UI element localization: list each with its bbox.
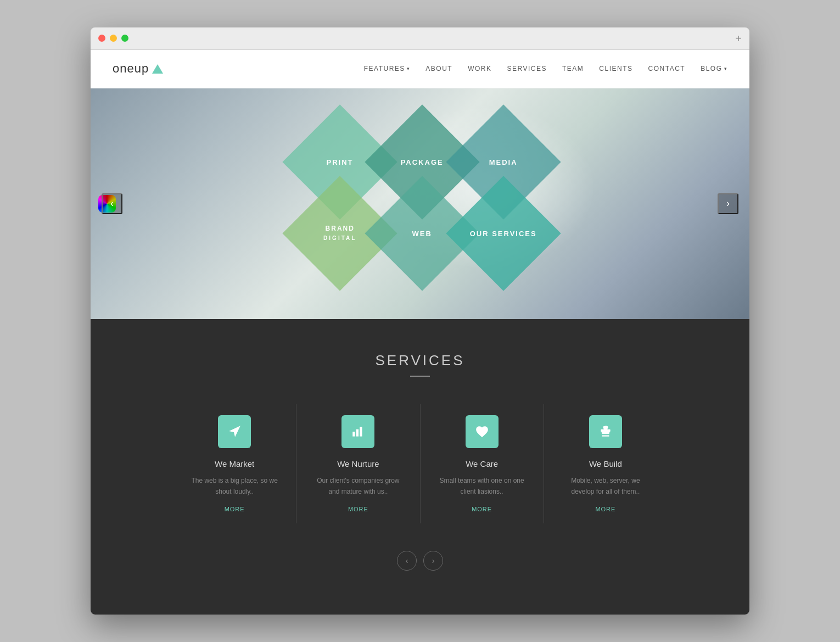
service-build-name: We Build [561, 459, 651, 468]
hero-prev-button[interactable]: ‹ [102, 193, 122, 214]
service-item-build: We Build Mobile, web, server, we develop… [544, 404, 667, 524]
svg-rect-1 [356, 429, 359, 436]
diamond-media-label: MEDIA [489, 158, 518, 166]
logo-triangle-icon [152, 64, 163, 74]
browser-window: + oneup FEATURES ▾ ABOUT WORK [91, 27, 749, 615]
nav-about[interactable]: ABOUT [425, 65, 452, 72]
services-title: SERVICES [113, 352, 727, 369]
nav-contact[interactable]: CONTACT [648, 65, 686, 72]
service-item-nurture: We Nurture Our client's companies grow a… [296, 404, 420, 524]
nav-team[interactable]: TEAM [562, 65, 584, 72]
diamond-services[interactable]: OUR SERVICES [446, 176, 561, 291]
chevron-down-icon: ▾ [407, 66, 411, 71]
hero-next-button[interactable]: › [718, 193, 738, 214]
traffic-light-yellow[interactable] [110, 35, 117, 42]
svg-rect-0 [353, 432, 355, 437]
nav-work[interactable]: WORK [468, 65, 491, 72]
hero-section: ‹ PRINT PACKAGE MEDIA BRANDDIGITAL WEB [91, 88, 749, 319]
diamond-grid: PRINT PACKAGE MEDIA BRANDDIGITAL WEB OUR… [266, 105, 574, 314]
services-prev-button[interactable]: ‹ [397, 551, 417, 571]
care-icon [466, 415, 499, 448]
diamond-print-label: PRINT [327, 158, 354, 166]
service-market-more[interactable]: MORE [189, 506, 279, 512]
service-build-more[interactable]: MORE [561, 506, 651, 512]
service-care-desc: Small teams with one on one client liasi… [437, 475, 527, 498]
nav-links: FEATURES ▾ ABOUT WORK SERVICES TEAM CLIE… [364, 65, 727, 72]
services-grid: We Market The web is a big place, so we … [173, 404, 667, 524]
nurture-icon [341, 415, 374, 448]
traffic-light-red[interactable] [98, 35, 105, 42]
logo[interactable]: oneup [113, 62, 163, 76]
services-section: SERVICES We Market The web is a big plac… [91, 319, 749, 615]
navbar: oneup FEATURES ▾ ABOUT WORK SERVICES [91, 50, 749, 88]
service-nurture-more[interactable]: MORE [313, 506, 403, 512]
logo-text: oneup [113, 62, 149, 76]
services-navigation: ‹ › [113, 551, 727, 571]
nav-features[interactable]: FEATURES ▾ [364, 65, 411, 72]
build-icon [589, 415, 622, 448]
service-care-more[interactable]: MORE [437, 506, 527, 512]
diamond-web-label: WEB [412, 229, 432, 237]
service-item-market: We Market The web is a big place, so we … [173, 404, 296, 524]
traffic-light-green[interactable] [121, 35, 128, 42]
market-icon [218, 415, 251, 448]
nav-services[interactable]: SERVICES [507, 65, 547, 72]
services-divider [410, 376, 430, 377]
services-next-button[interactable]: › [423, 551, 443, 571]
browser-chrome: + [91, 27, 749, 50]
service-market-name: We Market [189, 459, 279, 468]
service-item-care: We Care Small teams with one on one clie… [421, 404, 544, 524]
diamond-services-label: OUR SERVICES [470, 229, 537, 237]
nav-clients[interactable]: CLIENTS [599, 65, 632, 72]
chevron-down-icon: ▾ [724, 66, 728, 71]
svg-rect-2 [360, 427, 362, 436]
service-market-desc: The web is a big place, so we shout loud… [189, 475, 279, 498]
service-nurture-name: We Nurture [313, 459, 403, 468]
diamond-package-label: PACKAGE [401, 158, 444, 166]
service-care-name: We Care [437, 459, 527, 468]
service-nurture-desc: Our client's companies grow and mature w… [313, 475, 403, 498]
diamond-brand-label: BRANDDIGITAL [323, 224, 356, 243]
page-content: oneup FEATURES ▾ ABOUT WORK SERVICES [91, 50, 749, 615]
service-build-desc: Mobile, web, server, we develop for all … [561, 475, 651, 498]
new-tab-button[interactable]: + [735, 33, 742, 44]
nav-blog[interactable]: BLOG ▾ [701, 65, 727, 72]
